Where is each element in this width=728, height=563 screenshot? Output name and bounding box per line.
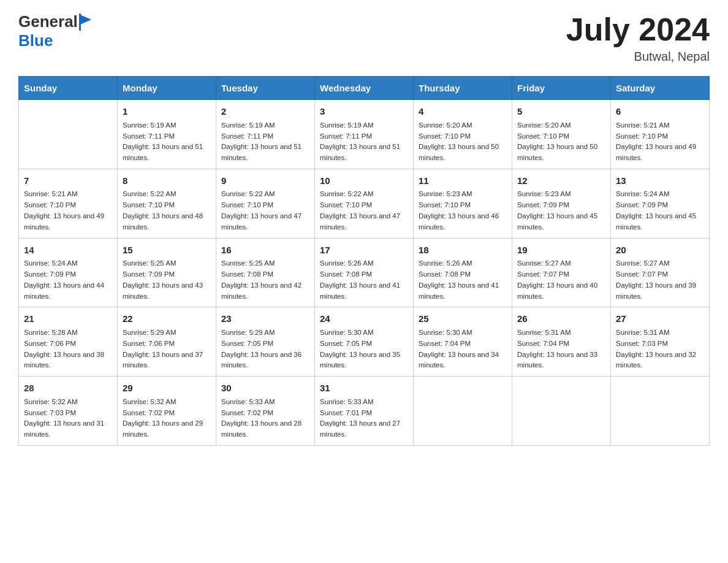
- day-number: 7: [24, 174, 112, 188]
- calendar-cell-w5-d3: 30Sunrise: 5:33 AMSunset: 7:02 PMDayligh…: [216, 377, 315, 446]
- day-number: 15: [123, 243, 211, 258]
- day-info: Sunrise: 5:33 AMSunset: 7:02 PMDaylight:…: [221, 397, 309, 440]
- calendar-cell-w2-d2: 8Sunrise: 5:22 AMSunset: 7:10 PMDaylight…: [118, 169, 216, 238]
- col-saturday: Saturday: [611, 77, 710, 100]
- day-number: 25: [419, 312, 507, 326]
- day-info: Sunrise: 5:26 AMSunset: 7:08 PMDaylight:…: [419, 258, 507, 302]
- calendar-cell-w2-d7: 13Sunrise: 5:24 AMSunset: 7:09 PMDayligh…: [611, 169, 710, 238]
- day-number: 3: [320, 105, 408, 119]
- day-info: Sunrise: 5:29 AMSunset: 7:06 PMDaylight:…: [123, 327, 211, 371]
- calendar-cell-w1-d3: 2Sunrise: 5:19 AMSunset: 7:11 PMDaylight…: [216, 100, 315, 169]
- week-row-3: 14Sunrise: 5:24 AMSunset: 7:09 PMDayligh…: [19, 238, 710, 307]
- day-number: 27: [616, 312, 704, 326]
- day-number: 10: [320, 174, 408, 188]
- calendar-cell-w5-d5: [414, 377, 512, 446]
- day-info: Sunrise: 5:22 AMSunset: 7:10 PMDaylight:…: [320, 189, 408, 232]
- calendar-cell-w2-d4: 10Sunrise: 5:22 AMSunset: 7:10 PMDayligh…: [315, 169, 414, 238]
- calendar-cell-w1-d2: 1Sunrise: 5:19 AMSunset: 7:11 PMDaylight…: [118, 100, 216, 169]
- calendar-cell-w3-d3: 16Sunrise: 5:25 AMSunset: 7:08 PMDayligh…: [216, 238, 315, 307]
- day-number: 30: [221, 381, 309, 396]
- calendar-cell-w3-d4: 17Sunrise: 5:26 AMSunset: 7:08 PMDayligh…: [315, 238, 414, 307]
- day-info: Sunrise: 5:30 AMSunset: 7:05 PMDaylight:…: [320, 327, 408, 371]
- page-header: General Blue July 2024 Butwal, Nepal: [18, 12, 710, 64]
- day-info: Sunrise: 5:32 AMSunset: 7:02 PMDaylight:…: [123, 397, 211, 440]
- svg-marker-0: [80, 15, 91, 25]
- calendar-cell-w3-d6: 19Sunrise: 5:27 AMSunset: 7:07 PMDayligh…: [512, 238, 611, 307]
- day-number: 14: [24, 243, 112, 258]
- calendar-cell-w5-d2: 29Sunrise: 5:32 AMSunset: 7:02 PMDayligh…: [118, 377, 216, 446]
- day-number: 31: [320, 381, 408, 396]
- logo-flag-icon: [79, 13, 93, 31]
- title-section: July 2024 Butwal, Nepal: [566, 12, 710, 64]
- calendar-cell-w1-d5: 4Sunrise: 5:20 AMSunset: 7:10 PMDaylight…: [414, 100, 512, 169]
- calendar-cell-w5-d4: 31Sunrise: 5:33 AMSunset: 7:01 PMDayligh…: [315, 377, 414, 446]
- day-info: Sunrise: 5:21 AMSunset: 7:10 PMDaylight:…: [616, 120, 704, 164]
- day-info: Sunrise: 5:19 AMSunset: 7:11 PMDaylight:…: [123, 120, 211, 164]
- day-number: 17: [320, 243, 408, 258]
- calendar-cell-w2-d6: 12Sunrise: 5:23 AMSunset: 7:09 PMDayligh…: [512, 169, 611, 238]
- day-info: Sunrise: 5:22 AMSunset: 7:10 PMDaylight:…: [221, 189, 309, 232]
- day-number: 26: [517, 312, 605, 326]
- day-number: 12: [517, 174, 605, 188]
- calendar-cell-w4-d5: 25Sunrise: 5:30 AMSunset: 7:04 PMDayligh…: [414, 307, 512, 377]
- day-number: 23: [221, 312, 309, 326]
- day-info: Sunrise: 5:27 AMSunset: 7:07 PMDaylight:…: [616, 258, 704, 302]
- col-wednesday: Wednesday: [315, 77, 414, 100]
- day-info: Sunrise: 5:21 AMSunset: 7:10 PMDaylight:…: [24, 189, 112, 232]
- location-text: Butwal, Nepal: [566, 50, 710, 64]
- calendar-cell-w4-d6: 26Sunrise: 5:31 AMSunset: 7:04 PMDayligh…: [512, 307, 611, 377]
- day-number: 19: [517, 243, 605, 258]
- calendar-table: Sunday Monday Tuesday Wednesday Thursday…: [18, 76, 710, 446]
- day-info: Sunrise: 5:22 AMSunset: 7:10 PMDaylight:…: [123, 189, 211, 232]
- day-number: 13: [616, 174, 704, 188]
- day-info: Sunrise: 5:25 AMSunset: 7:09 PMDaylight:…: [123, 258, 211, 302]
- day-info: Sunrise: 5:32 AMSunset: 7:03 PMDaylight:…: [24, 397, 112, 440]
- col-monday: Monday: [118, 77, 216, 100]
- day-info: Sunrise: 5:29 AMSunset: 7:05 PMDaylight:…: [221, 327, 309, 371]
- col-friday: Friday: [512, 77, 611, 100]
- day-info: Sunrise: 5:25 AMSunset: 7:08 PMDaylight:…: [221, 258, 309, 302]
- calendar-cell-w4-d4: 24Sunrise: 5:30 AMSunset: 7:05 PMDayligh…: [315, 307, 414, 377]
- col-thursday: Thursday: [414, 77, 512, 100]
- day-number: 16: [221, 243, 309, 258]
- day-info: Sunrise: 5:31 AMSunset: 7:04 PMDaylight:…: [517, 327, 605, 371]
- calendar-cell-w1-d7: 6Sunrise: 5:21 AMSunset: 7:10 PMDaylight…: [611, 100, 710, 169]
- svg-rect-1: [79, 13, 81, 31]
- day-info: Sunrise: 5:23 AMSunset: 7:09 PMDaylight:…: [517, 189, 605, 232]
- day-info: Sunrise: 5:31 AMSunset: 7:03 PMDaylight:…: [616, 327, 704, 371]
- calendar-cell-w3-d5: 18Sunrise: 5:26 AMSunset: 7:08 PMDayligh…: [414, 238, 512, 307]
- day-number: 8: [123, 174, 211, 188]
- logo-blue-text: Blue: [18, 31, 53, 50]
- day-number: 4: [419, 105, 507, 119]
- day-number: 24: [320, 312, 408, 326]
- day-number: 21: [24, 312, 112, 326]
- week-row-5: 28Sunrise: 5:32 AMSunset: 7:03 PMDayligh…: [19, 377, 710, 446]
- logo-general-text: General: [18, 12, 78, 31]
- calendar-cell-w4-d2: 22Sunrise: 5:29 AMSunset: 7:06 PMDayligh…: [118, 307, 216, 377]
- calendar-cell-w2-d3: 9Sunrise: 5:22 AMSunset: 7:10 PMDaylight…: [216, 169, 315, 238]
- day-info: Sunrise: 5:23 AMSunset: 7:10 PMDaylight:…: [419, 189, 507, 232]
- calendar-cell-w5-d7: [611, 377, 710, 446]
- day-number: 1: [123, 105, 211, 119]
- calendar-cell-w4-d3: 23Sunrise: 5:29 AMSunset: 7:05 PMDayligh…: [216, 307, 315, 377]
- calendar-cell-w5-d1: 28Sunrise: 5:32 AMSunset: 7:03 PMDayligh…: [19, 377, 118, 446]
- day-number: 2: [221, 105, 309, 119]
- col-tuesday: Tuesday: [216, 77, 315, 100]
- logo: General Blue: [18, 12, 93, 50]
- week-row-2: 7Sunrise: 5:21 AMSunset: 7:10 PMDaylight…: [19, 169, 710, 238]
- col-sunday: Sunday: [19, 77, 118, 100]
- day-info: Sunrise: 5:28 AMSunset: 7:06 PMDaylight:…: [24, 327, 112, 371]
- calendar-cell-w2-d1: 7Sunrise: 5:21 AMSunset: 7:10 PMDaylight…: [19, 169, 118, 238]
- day-info: Sunrise: 5:24 AMSunset: 7:09 PMDaylight:…: [616, 189, 704, 232]
- day-number: 6: [616, 105, 704, 119]
- day-info: Sunrise: 5:20 AMSunset: 7:10 PMDaylight:…: [419, 120, 507, 164]
- calendar-cell-w1-d4: 3Sunrise: 5:19 AMSunset: 7:11 PMDaylight…: [315, 100, 414, 169]
- day-info: Sunrise: 5:33 AMSunset: 7:01 PMDaylight:…: [320, 397, 408, 440]
- day-info: Sunrise: 5:27 AMSunset: 7:07 PMDaylight:…: [517, 258, 605, 302]
- calendar-cell-w1-d1: [19, 100, 118, 169]
- calendar-cell-w5-d6: [512, 377, 611, 446]
- calendar-cell-w3-d2: 15Sunrise: 5:25 AMSunset: 7:09 PMDayligh…: [118, 238, 216, 307]
- day-number: 11: [419, 174, 507, 188]
- calendar-cell-w2-d5: 11Sunrise: 5:23 AMSunset: 7:10 PMDayligh…: [414, 169, 512, 238]
- day-number: 29: [123, 381, 211, 396]
